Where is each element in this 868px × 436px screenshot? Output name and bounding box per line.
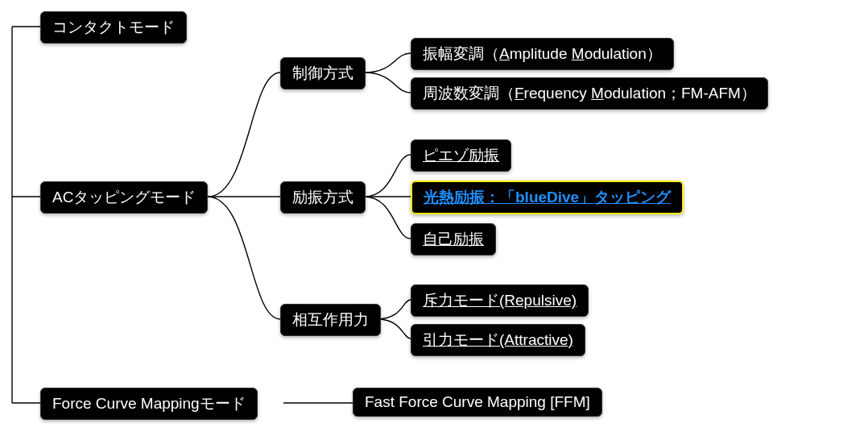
node-force-curve-mode: Force Curve Mappingモード [40, 388, 258, 420]
node-repulsive-mode[interactable]: 斥力モード(Repulsive) [411, 284, 589, 317]
node-attractive-mode[interactable]: 引力モード(Attractive) [411, 324, 585, 356]
node-label: 周波数変調（Frequency Modulation；FM-AFM） [423, 85, 756, 102]
node-label: 自己励振 [423, 230, 484, 247]
node-label: ピエゾ励振 [423, 147, 499, 164]
node-ffm: Fast Force Curve Mapping [FFM] [353, 388, 602, 417]
node-label: 振幅変調（Amplitude Modulation） [423, 45, 662, 62]
node-label: ACタッピングモード [52, 189, 196, 206]
node-self-excitation[interactable]: 自己励振 [411, 223, 496, 255]
node-label: Force Curve Mappingモード [52, 395, 246, 412]
node-label: 制御方式 [292, 64, 353, 81]
node-label: 相互作用力 [292, 311, 369, 328]
node-frequency-modulation: 周波数変調（Frequency Modulation；FM-AFM） [411, 77, 768, 110]
node-contact-mode: コンタクトモード [40, 11, 187, 44]
node-bluedive-tapping[interactable]: 光熱励振：「blueDive」タッピング [411, 181, 684, 214]
node-control-method: 制御方式 [280, 57, 366, 89]
node-ac-tapping-mode: ACタッピングモード [40, 181, 208, 214]
node-interaction-force: 相互作用力 [280, 304, 381, 336]
node-label: 引力モード(Attractive) [423, 331, 573, 348]
node-excitation-method: 励振方式 [280, 181, 366, 214]
node-label: Fast Force Curve Mapping [FFM] [365, 393, 590, 410]
node-label: 励振方式 [292, 189, 353, 206]
node-label: 光熱励振：「blueDive」タッピング [424, 189, 671, 206]
node-label: 斥力モード(Repulsive) [423, 292, 577, 309]
node-piezo-excitation[interactable]: ピエゾ励振 [411, 139, 511, 172]
node-label: コンタクトモード [52, 19, 175, 35]
node-amplitude-modulation: 振幅変調（Amplitude Modulation） [411, 38, 674, 70]
